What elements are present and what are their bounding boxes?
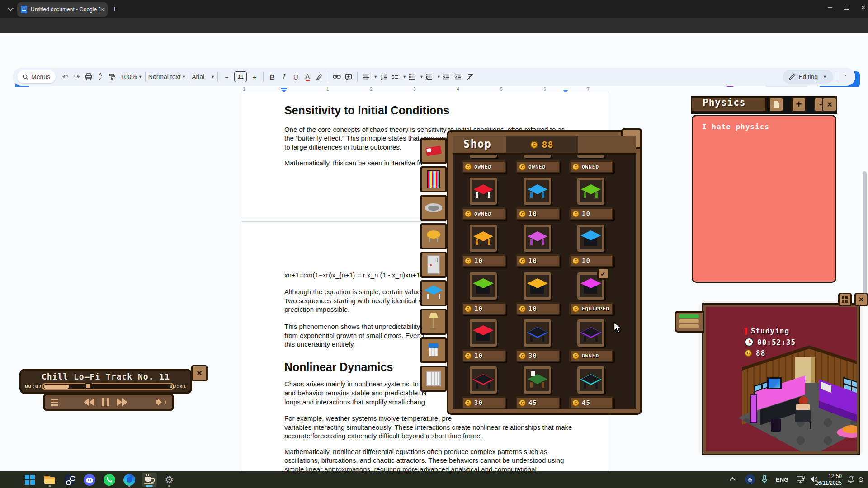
- category-fridge[interactable]: [420, 252, 447, 278]
- zoom-select[interactable]: 100%: [121, 73, 137, 80]
- window-minimize-button[interactable]: ─: [828, 4, 832, 12]
- item-frame[interactable]: [524, 319, 551, 347]
- taskbar-focus-app-icon[interactable]: [142, 473, 157, 487]
- browser-tab[interactable]: Untitled document - Google Docs ×: [17, 2, 108, 17]
- item-price-bar[interactable]: C10: [516, 254, 560, 267]
- tray-network-icon[interactable]: [797, 476, 806, 483]
- physics-note-body[interactable]: I hate physics: [692, 115, 836, 283]
- item-price-bar[interactable]: C10: [569, 254, 613, 267]
- progress-track[interactable]: [42, 383, 174, 390]
- undo-button[interactable]: ↶: [59, 71, 71, 83]
- insert-link-button[interactable]: [331, 71, 343, 83]
- item-price-bar[interactable]: C10: [516, 207, 560, 220]
- decrease-indent-button[interactable]: [441, 71, 453, 83]
- text-color-button[interactable]: A: [302, 71, 313, 83]
- font-select[interactable]: Arial: [192, 73, 204, 80]
- taskbar-file-explorer-icon[interactable]: [42, 473, 57, 487]
- playlist-button[interactable]: [51, 399, 58, 406]
- checklist-button[interactable]: [389, 71, 401, 83]
- spellcheck-button[interactable]: A✓: [94, 71, 106, 83]
- tray-mic-icon[interactable]: [761, 475, 768, 484]
- item-frame[interactable]: [524, 272, 551, 300]
- category-stool[interactable]: [420, 223, 447, 249]
- item-price-bar[interactable]: C10: [462, 349, 506, 362]
- item-frame[interactable]: [470, 366, 497, 394]
- physics-close-button[interactable]: ×: [822, 97, 837, 112]
- tray-steam-icon[interactable]: ◎: [745, 474, 755, 484]
- item-frame[interactable]: [577, 366, 604, 394]
- bulleted-list-button[interactable]: [406, 71, 418, 83]
- rewind-button[interactable]: [84, 398, 94, 406]
- item-frame[interactable]: [577, 178, 604, 205]
- taskbar-whatsapp-icon[interactable]: [102, 473, 117, 487]
- align-button[interactable]: [360, 71, 372, 83]
- category-pet-bed[interactable]: [420, 195, 447, 221]
- category-bin[interactable]: [420, 337, 447, 363]
- category-radiator[interactable]: [420, 366, 447, 392]
- tab-search-icon[interactable]: [5, 4, 16, 14]
- line-spacing-button[interactable]: [377, 71, 389, 83]
- tray-chevron-icon[interactable]: [731, 476, 735, 483]
- progress-handle[interactable]: [85, 383, 92, 389]
- item-price-bar[interactable]: C10: [516, 302, 560, 315]
- tray-language[interactable]: ENG: [776, 476, 788, 483]
- left-indent-bar[interactable]: [281, 88, 287, 89]
- item-price-bar[interactable]: C10: [569, 207, 613, 220]
- paint-format-button[interactable]: [106, 71, 118, 83]
- item-frame[interactable]: [470, 272, 497, 300]
- hide-menus-button[interactable]: ⌃: [839, 71, 851, 83]
- item-price-bar[interactable]: COWNED: [569, 160, 613, 173]
- redo-button[interactable]: ↷: [71, 71, 83, 83]
- item-price-bar[interactable]: C10: [462, 254, 506, 267]
- italic-button[interactable]: I: [278, 71, 290, 83]
- item-price-bar[interactable]: CEQUIPPED: [569, 302, 613, 315]
- item-price-bar[interactable]: COWNED: [569, 349, 613, 362]
- forward-button[interactable]: [117, 398, 127, 406]
- add-comment-button[interactable]: [343, 71, 354, 83]
- item-price-bar[interactable]: C45: [569, 396, 613, 409]
- item-frame[interactable]: [524, 178, 551, 205]
- pause-button[interactable]: [102, 398, 109, 406]
- add-note-button[interactable]: +: [791, 97, 807, 112]
- font-size-input[interactable]: 11: [234, 71, 247, 82]
- increase-indent-button[interactable]: [453, 71, 464, 83]
- highlight-button[interactable]: [313, 71, 325, 83]
- item-frame[interactable]: [577, 225, 604, 252]
- item-frame[interactable]: [524, 225, 551, 252]
- study-close-button[interactable]: ×: [854, 293, 868, 306]
- tray-capture-icon[interactable]: ⊙: [858, 475, 864, 483]
- item-frame[interactable]: [577, 319, 604, 347]
- category-bookshelf[interactable]: [420, 166, 447, 192]
- player-close-button[interactable]: ×: [191, 365, 208, 381]
- item-price-bar[interactable]: COWNED: [516, 160, 560, 173]
- font-size-increase-button[interactable]: +: [249, 71, 260, 83]
- window-close-button[interactable]: ×: [861, 4, 865, 12]
- new-tab-button[interactable]: +: [112, 5, 117, 14]
- taskbar-edge-icon[interactable]: [122, 473, 137, 487]
- category-bed[interactable]: [420, 138, 447, 164]
- taskbar-start-button[interactable]: [22, 473, 38, 487]
- underline-button[interactable]: U: [290, 71, 302, 83]
- window-maximize-button[interactable]: [844, 5, 849, 10]
- clear-formatting-button[interactable]: [464, 71, 476, 83]
- item-frame[interactable]: [470, 319, 497, 347]
- taskbar-discord-icon[interactable]: [82, 473, 97, 487]
- print-button[interactable]: [83, 71, 94, 83]
- item-price-bar[interactable]: C10: [462, 302, 506, 315]
- item-frame[interactable]: [470, 178, 497, 205]
- item-frame[interactable]: [524, 366, 551, 394]
- tray-clock[interactable]: 12:50 26/11/2025: [815, 473, 842, 487]
- item-price-bar[interactable]: COWNED: [462, 160, 506, 173]
- editing-mode-button[interactable]: Editing ▼: [783, 70, 833, 84]
- tab-close-icon[interactable]: ×: [100, 6, 104, 13]
- bold-button[interactable]: B: [266, 71, 278, 83]
- taskbar-settings-icon[interactable]: ⚙: [161, 473, 177, 487]
- move-window-button[interactable]: [838, 293, 852, 306]
- volume-button[interactable]: [156, 399, 166, 406]
- item-frame[interactable]: [470, 225, 497, 252]
- item-price-bar[interactable]: COWNED: [462, 207, 506, 220]
- note-page-button[interactable]: [769, 97, 784, 112]
- item-price-bar[interactable]: C45: [516, 396, 560, 409]
- taskbar-steam-icon[interactable]: [62, 473, 77, 487]
- scrollbar-thumb[interactable]: [863, 171, 867, 298]
